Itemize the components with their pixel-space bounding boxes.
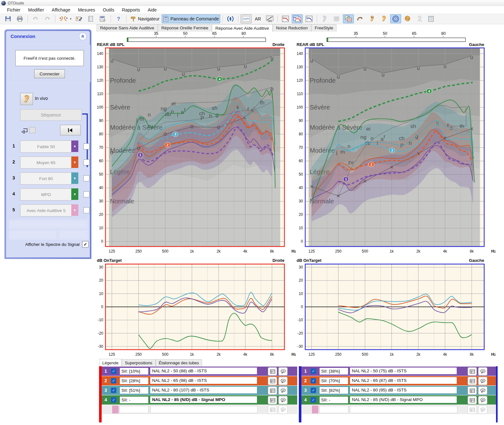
menu-item-aide[interactable]: Aide	[144, 7, 160, 13]
collapse-panel-button[interactable]	[79, 33, 87, 40]
svg-text:0: 0	[301, 239, 303, 244]
help-button[interactable]: ?	[113, 14, 124, 23]
stimulus-dropdown-button[interactable]: ▼	[71, 172, 78, 184]
legend-curve-checkbox[interactable]: ✓	[311, 388, 316, 393]
table-detail-button[interactable]	[268, 386, 277, 395]
stimulus-checkbox[interactable]	[83, 191, 89, 197]
svg-text:140: 140	[297, 51, 303, 56]
stimulus-select-4[interactable]: MPO	[20, 188, 72, 201]
dual-view-button[interactable]	[292, 14, 303, 23]
tab-réponse-sans-aide-auditive[interactable]: Réponse Sans Aide Auditive	[97, 24, 158, 32]
comment-button[interactable]	[478, 386, 487, 395]
legend-curve-checkbox[interactable]: ✓	[311, 378, 316, 383]
stimulus-checkbox[interactable]	[83, 159, 89, 165]
comment-button[interactable]	[278, 377, 288, 385]
ear-button[interactable]	[378, 14, 389, 23]
table-view-button[interactable]	[304, 14, 314, 23]
svg-text:U: U	[137, 68, 140, 72]
show-spectrum-checkbox[interactable]: ✓	[82, 241, 89, 247]
phone-button[interactable]	[331, 14, 342, 23]
loop-icon[interactable]	[21, 127, 28, 134]
patient-head-button[interactable]	[402, 14, 413, 23]
table-detail-button[interactable]	[268, 377, 277, 385]
save-button[interactable]	[3, 14, 13, 23]
waveform-button[interactable]	[241, 14, 252, 23]
table-detail-button[interactable]	[468, 386, 477, 395]
tab-freestyle[interactable]: FreeStyle	[311, 24, 337, 32]
stimulus-checkbox[interactable]	[83, 175, 89, 181]
skip-to-start-button[interactable]	[60, 125, 81, 135]
tab-réponse-oreille-fermée[interactable]: Réponse Oreille Fermée	[158, 24, 212, 32]
spl-view-button[interactable]: SPL	[264, 14, 275, 23]
undo-button[interactable]	[30, 14, 41, 23]
data-report-button[interactable]	[426, 14, 437, 23]
print-button[interactable]	[14, 14, 25, 23]
comment-button[interactable]	[478, 377, 487, 385]
target-mode-button[interactable]	[390, 14, 401, 23]
in-vivo-ear-button[interactable]	[20, 93, 33, 105]
table-detail-button[interactable]	[268, 406, 277, 414]
svg-text:50: 50	[99, 172, 104, 177]
table-detail-button[interactable]	[468, 377, 477, 385]
probe-tube-button[interactable]	[355, 14, 366, 23]
comment-button[interactable]	[278, 367, 288, 376]
menu-item-modifier[interactable]: Modifier	[24, 7, 48, 13]
table-detail-button[interactable]	[268, 396, 277, 404]
connect-button[interactable]: Connecter	[34, 69, 65, 78]
tab-réponse-avec-aide-auditive[interactable]: Réponse Avec Aide Auditive	[212, 24, 273, 32]
menu-item-mesures[interactable]: Mesures	[74, 7, 99, 13]
comment-button[interactable]	[278, 406, 288, 414]
table-detail-button[interactable]	[268, 367, 277, 376]
ar-button[interactable]: AR	[252, 14, 263, 23]
swap-ears-button[interactable]: ▾	[58, 14, 73, 23]
table-detail-button[interactable]	[468, 367, 477, 376]
table-detail-button[interactable]	[468, 406, 477, 414]
svg-text:8k: 8k	[470, 352, 474, 357]
stimulus-checkbox[interactable]	[83, 207, 89, 213]
loop-checkbox[interactable]	[29, 127, 35, 133]
stimulus-dropdown-button[interactable]: ▼	[71, 188, 78, 200]
ear-probe-button[interactable]	[367, 14, 377, 23]
patient-details-button[interactable]	[74, 14, 85, 23]
otoscope-button[interactable]	[319, 14, 330, 23]
control-panel-button[interactable]: Panneau de Commande	[162, 14, 220, 23]
menu-item-fichier[interactable]: Fichier	[3, 7, 24, 13]
legend-curve-checkbox[interactable]: ✓	[111, 388, 116, 393]
sequence-button[interactable]: Séquence	[20, 109, 81, 121]
navigator-button[interactable]: Navigateur	[129, 14, 161, 23]
comment-button[interactable]	[478, 406, 487, 414]
sii-value: SII: [10%]	[120, 368, 149, 375]
chart-table-button[interactable]	[343, 14, 354, 23]
stimulus-select-2[interactable]: Moyen 65	[20, 156, 72, 169]
menu-item-rapports[interactable]: Rapports	[118, 7, 144, 13]
legend-tab-superpositions[interactable]: Superpositions	[122, 359, 156, 366]
stimulus-select-5[interactable]: Avec Aide Auditive 5	[20, 204, 72, 216]
stimulus-select-1[interactable]: Faible 50	[20, 140, 72, 153]
legend-curve-checkbox[interactable]: ✓	[111, 397, 116, 403]
menu-item-affichage[interactable]: Affichage	[48, 7, 74, 13]
legend-curve-checkbox[interactable]: ✓	[111, 368, 116, 374]
stimulus-dropdown-button[interactable]: ▼	[71, 156, 78, 168]
single-view-button[interactable]	[280, 14, 291, 23]
stimulus-checkbox[interactable]	[83, 143, 89, 149]
comment-button[interactable]	[478, 367, 487, 376]
transducer-button[interactable]	[225, 14, 236, 23]
stimulus-dropdown-button[interactable]: ▼	[71, 140, 78, 152]
ear-measure-button[interactable]	[414, 14, 425, 23]
comment-button[interactable]	[278, 396, 288, 404]
legend-curve-checkbox[interactable]: ✓	[111, 378, 116, 383]
comment-button[interactable]	[278, 386, 288, 395]
stimulus-dropdown-button[interactable]: ▼	[71, 204, 78, 216]
menu-item-outils[interactable]: Outils	[99, 7, 118, 13]
legend-tab-légende[interactable]: Légende	[99, 359, 122, 366]
redo-button[interactable]	[42, 14, 53, 23]
legend-curve-checkbox[interactable]: ✓	[311, 397, 316, 403]
report-button[interactable]	[97, 14, 108, 23]
measurement-list-button[interactable]	[86, 14, 97, 23]
stimulus-select-3[interactable]: Fort 80	[20, 172, 72, 185]
comment-button[interactable]	[478, 396, 487, 404]
legend-curve-checkbox[interactable]: ✓	[311, 368, 316, 374]
legend-tab-étalonnage-des-tubes[interactable]: Étalonnage des tubes	[156, 359, 202, 366]
tab-noise-reduction[interactable]: Noise Reduction	[273, 24, 311, 32]
table-detail-button[interactable]	[468, 396, 477, 404]
